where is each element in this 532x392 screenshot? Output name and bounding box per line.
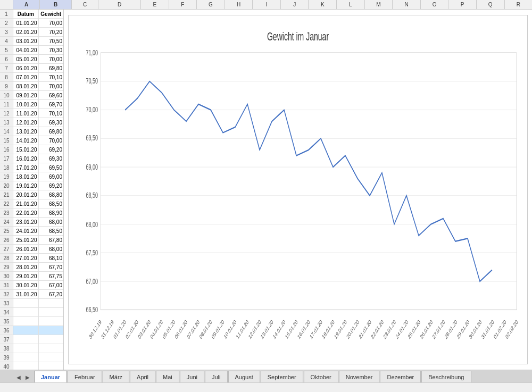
col-o-header[interactable]: O xyxy=(421,0,449,9)
table-row[interactable]: 1312.01.2069,30 xyxy=(0,118,63,127)
table-row[interactable]: 605.01.2070,00 xyxy=(0,55,63,64)
col-b-header[interactable]: B xyxy=(40,0,72,9)
date-cell[interactable] xyxy=(13,299,39,307)
table-row[interactable]: 1DatumGewicht xyxy=(0,10,63,19)
table-row[interactable]: 706.01.2069,80 xyxy=(0,64,63,73)
table-row[interactable]: 1817.01.2069,50 xyxy=(0,163,63,172)
tab-mai[interactable]: Mai xyxy=(156,371,179,382)
table-row[interactable]: 403.01.2070,50 xyxy=(0,37,63,46)
table-row[interactable]: 3130.01.2067,00 xyxy=(0,281,63,290)
col-j-header[interactable]: J xyxy=(281,0,309,9)
weight-cell[interactable]: 68,90 xyxy=(39,208,64,217)
table-row[interactable]: 35 xyxy=(0,317,63,326)
weight-cell[interactable]: 68,00 xyxy=(39,245,64,253)
table-row[interactable]: 807.01.2070,10 xyxy=(0,73,63,82)
weight-cell[interactable]: 69,20 xyxy=(39,145,64,154)
date-cell[interactable]: 16.01.20 xyxy=(13,154,39,163)
weight-cell[interactable]: 69,70 xyxy=(39,100,64,109)
table-row[interactable]: 302.01.2070,20 xyxy=(0,28,63,37)
table-row[interactable]: 34 xyxy=(0,308,63,317)
tab-nav-prev[interactable]: ◀ xyxy=(15,373,22,381)
tab-februar[interactable]: Februar xyxy=(68,371,102,382)
tab-beschreibung[interactable]: Beschreibung xyxy=(421,371,471,382)
table-row[interactable]: 37 xyxy=(0,335,63,344)
date-cell[interactable]: 02.01.20 xyxy=(13,28,39,36)
tab-november[interactable]: November xyxy=(339,371,380,382)
tab-dezember[interactable]: Dezember xyxy=(380,371,421,382)
col-q-header[interactable]: Q xyxy=(477,0,505,9)
weight-cell[interactable]: 68,50 xyxy=(39,227,64,235)
date-cell[interactable]: 22.01.20 xyxy=(13,208,39,217)
weight-cell[interactable]: 70,00 xyxy=(39,19,64,27)
date-cell[interactable]: 29.01.20 xyxy=(13,272,39,280)
tab-juli[interactable]: Juli xyxy=(205,371,228,382)
tab-oktober[interactable]: Oktober xyxy=(304,371,338,382)
col-a-header[interactable]: A xyxy=(13,0,40,9)
weight-cell[interactable]: Gewicht xyxy=(39,10,64,18)
date-cell[interactable] xyxy=(13,362,39,370)
weight-cell[interactable]: 70,20 xyxy=(39,28,64,36)
table-row[interactable]: 2019.01.2069,20 xyxy=(0,181,63,190)
date-cell[interactable]: 27.01.20 xyxy=(13,254,39,262)
table-row[interactable]: 2322.01.2068,90 xyxy=(0,208,63,218)
tab-juni[interactable]: Juni xyxy=(180,371,204,382)
weight-cell[interactable]: 69,30 xyxy=(39,118,64,127)
table-row[interactable]: 2524.01.2068,50 xyxy=(0,227,63,236)
table-row[interactable]: 1009.01.2069,60 xyxy=(0,91,63,100)
table-row[interactable]: 1716.01.2069,30 xyxy=(0,154,63,163)
tab-nav-next[interactable]: ▶ xyxy=(24,373,31,381)
date-cell[interactable]: Datum xyxy=(13,10,39,18)
weight-cell[interactable]: 69,80 xyxy=(39,127,64,136)
weight-cell[interactable]: 68,50 xyxy=(39,199,64,208)
table-row[interactable]: 2625.01.2067,80 xyxy=(0,236,63,245)
weight-cell[interactable]: 69,50 xyxy=(39,163,64,172)
table-row[interactable]: 2120.01.2068,80 xyxy=(0,190,63,199)
weight-cell[interactable]: 69,80 xyxy=(39,64,64,72)
table-row[interactable]: 33 xyxy=(0,299,63,308)
table-row[interactable]: 3231.01.2067,20 xyxy=(0,290,63,299)
table-row[interactable]: 2423.01.2068,00 xyxy=(0,218,63,227)
date-cell[interactable]: 01.01.20 xyxy=(13,19,39,27)
tab-januar[interactable]: Januar xyxy=(34,371,67,382)
col-m-header[interactable]: M xyxy=(365,0,393,9)
table-row[interactable]: 40 xyxy=(0,362,63,370)
weight-cell[interactable] xyxy=(39,344,64,353)
date-cell[interactable] xyxy=(13,308,39,316)
table-row[interactable]: 1615.01.2069,20 xyxy=(0,145,63,154)
date-cell[interactable]: 12.01.20 xyxy=(13,118,39,127)
date-cell[interactable]: 17.01.20 xyxy=(13,163,39,172)
table-row[interactable]: 908.01.2070,00 xyxy=(0,82,63,91)
date-cell[interactable]: 18.01.20 xyxy=(13,172,39,181)
col-h-header[interactable]: H xyxy=(225,0,253,9)
date-cell[interactable]: 14.01.20 xyxy=(13,136,39,145)
date-cell[interactable]: 30.01.20 xyxy=(13,281,39,289)
col-d-header[interactable]: D xyxy=(98,0,141,9)
date-cell[interactable] xyxy=(13,353,39,362)
weight-cell[interactable]: 69,60 xyxy=(39,91,64,99)
weight-cell[interactable] xyxy=(39,308,64,316)
date-cell[interactable]: 10.01.20 xyxy=(13,100,39,109)
date-cell[interactable]: 31.01.20 xyxy=(13,290,39,298)
date-cell[interactable]: 25.01.20 xyxy=(13,236,39,244)
weight-cell[interactable]: 70,30 xyxy=(39,46,64,54)
col-g-header[interactable]: G xyxy=(197,0,225,9)
col-c-header[interactable]: C xyxy=(72,0,98,9)
weight-cell[interactable]: 67,80 xyxy=(39,236,64,244)
col-r-header[interactable]: R xyxy=(505,0,532,9)
tab-august[interactable]: August xyxy=(228,371,260,382)
date-cell[interactable]: 04.01.20 xyxy=(13,46,39,54)
date-cell[interactable] xyxy=(13,326,39,335)
weight-cell[interactable]: 70,00 xyxy=(39,82,64,90)
date-cell[interactable]: 11.01.20 xyxy=(13,109,39,118)
weight-cell[interactable]: 67,70 xyxy=(39,263,64,271)
col-p-header[interactable]: P xyxy=(448,0,477,9)
date-cell[interactable]: 15.01.20 xyxy=(13,145,39,154)
weight-cell[interactable]: 68,80 xyxy=(39,190,64,199)
table-row[interactable]: 1918.01.2069,00 xyxy=(0,172,63,181)
weight-cell[interactable]: 70,00 xyxy=(39,55,64,63)
table-row[interactable]: 1110.01.2069,70 xyxy=(0,100,63,109)
table-row[interactable]: 3029.01.2067,75 xyxy=(0,272,63,281)
table-row[interactable]: 1413.01.2069,80 xyxy=(0,127,63,136)
table-row[interactable]: 1211.01.2070,10 xyxy=(0,109,63,118)
weight-cell[interactable]: 68,10 xyxy=(39,254,64,262)
